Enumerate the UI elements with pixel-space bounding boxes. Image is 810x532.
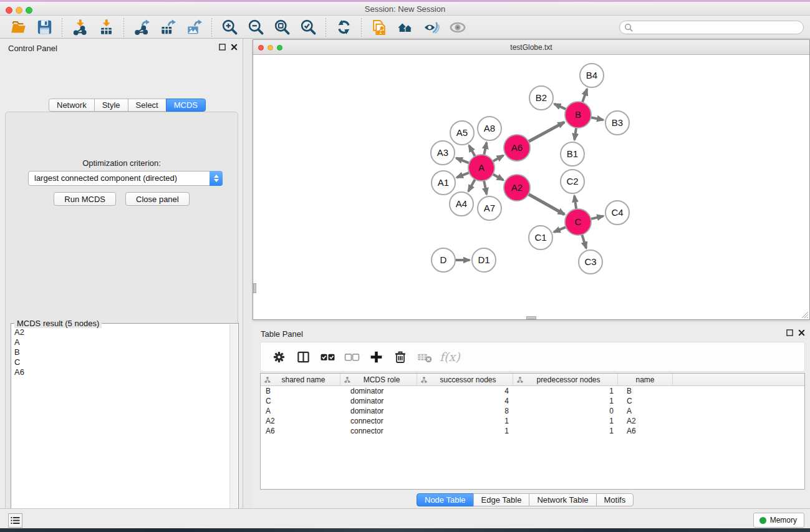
search-input[interactable] xyxy=(619,21,804,34)
mcds-result-item[interactable]: A xyxy=(12,337,229,347)
first-neighbors-button[interactable] xyxy=(394,18,417,37)
zoom-out-button[interactable] xyxy=(244,18,267,37)
import-table-button[interactable] xyxy=(95,18,117,37)
graph-edge-A-A6[interactable] xyxy=(492,155,503,162)
graph-edge-B-B4[interactable] xyxy=(582,89,587,103)
table-cell[interactable]: A6 xyxy=(261,426,340,436)
tab-mcds[interactable]: MCDS xyxy=(166,99,206,112)
table-cell[interactable]: A6 xyxy=(618,426,673,436)
table-row[interactable]: Cdominator41C xyxy=(261,396,804,406)
optimization-criterion-select[interactable]: largest connected component (directed) xyxy=(28,171,223,186)
tab-style[interactable]: Style xyxy=(94,99,128,112)
close-panel-button[interactable]: Close panel xyxy=(125,192,190,206)
show-all-button[interactable] xyxy=(446,18,469,37)
graph-edge-C-C1[interactable] xyxy=(554,227,566,232)
table-cell[interactable]: 4 xyxy=(417,396,513,406)
table-cell[interactable]: dominator xyxy=(340,406,417,416)
graph-edge-C-C3[interactable] xyxy=(582,234,586,248)
table-cell[interactable]: 1 xyxy=(513,396,618,406)
mcds-result-item[interactable]: A2 xyxy=(12,327,229,337)
graph-edge-A-A4[interactable] xyxy=(468,179,475,191)
close-panel-icon[interactable] xyxy=(798,329,805,336)
zoom-fit-button[interactable] xyxy=(271,18,293,37)
table-cell[interactable]: A2 xyxy=(261,416,340,426)
resize-grip-icon[interactable] xyxy=(801,311,809,319)
tab-node-table[interactable]: Node Table xyxy=(417,493,474,506)
hide-selected-button[interactable] xyxy=(420,18,443,37)
export-table-button[interactable] xyxy=(157,18,179,37)
table-cell[interactable]: 1 xyxy=(417,426,513,436)
new-network-from-selection-button[interactable] xyxy=(368,18,390,37)
zoom-selected-button[interactable] xyxy=(297,18,319,37)
table-cell[interactable]: dominator xyxy=(340,396,417,406)
table-row[interactable]: Bdominator41B xyxy=(261,386,804,396)
column-header-name[interactable]: name xyxy=(618,374,673,385)
import-network-button[interactable] xyxy=(69,18,91,37)
table-cell[interactable]: 1 xyxy=(513,386,618,396)
tab-network-table[interactable]: Network Table xyxy=(529,493,596,506)
mcds-result-item[interactable]: B xyxy=(12,347,229,357)
mcds-result-item[interactable]: A6 xyxy=(12,367,229,377)
table-cell[interactable]: 0 xyxy=(513,406,618,416)
select-all-columns-button[interactable] xyxy=(317,346,338,367)
graph-edge-B-B3[interactable] xyxy=(591,117,604,120)
graph-edge-A-A5[interactable] xyxy=(469,145,475,157)
delete-columns-button[interactable] xyxy=(390,346,411,367)
graph-edge-B-B2[interactable] xyxy=(554,104,567,110)
column-header-mcds-role[interactable]: MCDS role xyxy=(340,374,417,385)
network-window-titlebar[interactable]: testGlobe.txt xyxy=(253,40,809,55)
memory-button[interactable]: Memory xyxy=(753,513,804,528)
show-panels-button[interactable] xyxy=(8,513,22,528)
table-cell[interactable]: A xyxy=(261,406,340,416)
deselect-all-columns-button[interactable] xyxy=(341,346,362,367)
table-row[interactable]: A6connector11A6 xyxy=(261,426,804,436)
table-cell[interactable]: dominator xyxy=(340,386,417,396)
table-cell[interactable]: 8 xyxy=(417,406,513,416)
table-cell[interactable]: 1 xyxy=(513,416,618,426)
graph-edge-A6-B[interactable] xyxy=(528,122,564,142)
graph-edge-A2-C[interactable] xyxy=(528,194,564,215)
save-session-button[interactable] xyxy=(33,18,55,37)
refresh-network-button[interactable] xyxy=(332,18,355,37)
table-cell[interactable]: B xyxy=(618,386,673,396)
graph-edge-A-A3[interactable] xyxy=(456,158,470,163)
network-canvas[interactable]: B4B2BB3A8A5A6A3B1AC2A1A2A4A7C4CC1C3DD1 xyxy=(253,55,809,319)
table-cell[interactable]: 4 xyxy=(417,386,513,396)
birdseye-splitter-handle[interactable] xyxy=(253,283,256,293)
zoom-in-button[interactable] xyxy=(218,18,241,37)
column-header-shared-name[interactable]: shared name xyxy=(261,374,340,385)
table-row[interactable]: A2connector11A2 xyxy=(261,416,804,426)
graph-edge-C-C2[interactable] xyxy=(574,196,576,210)
tab-network[interactable]: Network xyxy=(49,99,95,112)
table-cell[interactable]: connector xyxy=(340,416,417,426)
table-options-button[interactable] xyxy=(268,346,289,367)
table-cell[interactable]: C xyxy=(261,396,340,406)
table-cell[interactable]: B xyxy=(261,386,340,396)
graph-edge-A-A7[interactable] xyxy=(484,180,487,195)
delete-table-button[interactable] xyxy=(414,346,435,367)
run-mcds-button[interactable]: Run MCDS xyxy=(54,192,116,206)
result-scrollbar[interactable] xyxy=(229,324,238,532)
column-header-predecessor-nodes[interactable]: predecessor nodes xyxy=(513,374,618,385)
birdseye-splitter-handle[interactable] xyxy=(526,316,536,319)
show-column-panel-button[interactable] xyxy=(292,346,314,367)
graph-edge-A-A1[interactable] xyxy=(456,172,470,177)
create-column-button[interactable] xyxy=(365,346,387,367)
graph-edge-A-A2[interactable] xyxy=(492,174,503,180)
tab-select[interactable]: Select xyxy=(128,99,166,112)
graph-edge-C-C4[interactable] xyxy=(590,216,603,219)
float-panel-icon[interactable] xyxy=(786,329,793,336)
tab-motifs[interactable]: Motifs xyxy=(596,493,634,506)
table-cell[interactable]: connector xyxy=(340,426,417,436)
export-network-button[interactable] xyxy=(130,18,153,37)
tab-edge-table[interactable]: Edge Table xyxy=(473,493,530,506)
float-panel-icon[interactable] xyxy=(219,44,226,51)
close-panel-icon[interactable] xyxy=(231,44,238,51)
export-image-button[interactable] xyxy=(183,18,205,37)
graph-edge-B-B1[interactable] xyxy=(574,127,576,140)
table-cell[interactable]: 1 xyxy=(513,426,618,436)
table-cell[interactable]: 1 xyxy=(417,416,513,426)
column-header-successor-nodes[interactable]: successor nodes xyxy=(417,374,513,385)
mcds-result-item[interactable]: C xyxy=(12,357,229,367)
table-cell[interactable]: C xyxy=(618,396,673,406)
